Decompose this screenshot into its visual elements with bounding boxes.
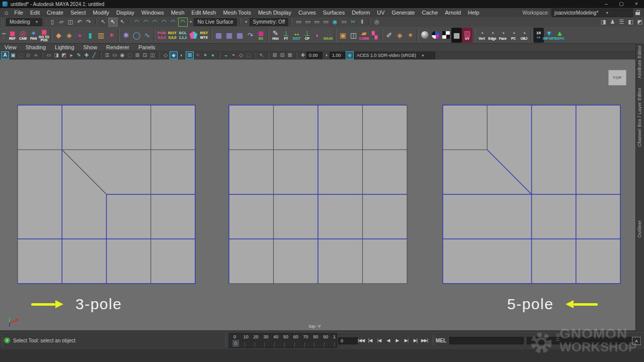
view-transform-icon[interactable]: ◉	[346, 51, 354, 59]
panel-menu-renderer[interactable]: Renderer	[102, 44, 134, 50]
shelf-pan-button[interactable]: ✦PAN	[28, 28, 39, 43]
render-sequence-icon[interactable]: ▭	[312, 18, 321, 26]
step-back-frame-button[interactable]: |◀	[366, 336, 374, 344]
redo-icon[interactable]: ↷	[85, 18, 93, 26]
pan-zoom-icon[interactable]: ◨	[53, 52, 60, 59]
shelf-color-quadrants-button[interactable]	[430, 28, 441, 43]
motion-blur-icon[interactable]: ◓	[230, 52, 237, 59]
menu-set-dropdown[interactable]: Modeling▼	[6, 18, 42, 26]
workspace-dropdown[interactable]: joaovictorModeling* ▼	[551, 9, 633, 17]
shelf-wire-cube-2-button[interactable]: ▦	[224, 28, 234, 43]
outliner-toggle-icon[interactable]: ◩	[635, 18, 644, 26]
play-backwards-button[interactable]: ◀	[384, 336, 392, 344]
shelf-switcher[interactable]: ▬○	[2, 31, 6, 39]
wireframe-icon[interactable]: ◇	[162, 52, 169, 59]
gamma-field[interactable]: 1.00	[330, 52, 346, 59]
cut-render-icon[interactable]: ✂	[349, 18, 357, 26]
shaded-icon[interactable]: ◆	[170, 51, 178, 59]
panel-menu-view[interactable]: View	[0, 44, 21, 50]
shelf-cp-button[interactable]: ⊥CP	[302, 28, 312, 43]
shelf-crate-button[interactable]: ▣	[338, 28, 348, 43]
shelf-ft-button[interactable]: ⊥FT	[281, 28, 291, 43]
restore-button[interactable]: ▢	[614, 0, 629, 8]
panel-menu-show[interactable]: Show	[79, 44, 102, 50]
shelf-circle-tool-button[interactable]: ◯	[131, 28, 142, 43]
home-icon[interactable]: ⌂	[5, 9, 8, 16]
copy-view-icon[interactable]: ⊞	[271, 52, 278, 59]
select-camera-icon[interactable]: A	[1, 51, 9, 59]
frame-all-icon[interactable]: ◫	[149, 52, 156, 59]
shelf-pos-button[interactable]: POS0,0,0	[156, 28, 167, 43]
safe-action-icon[interactable]: ⊞	[134, 52, 141, 59]
anti-alias-icon[interactable]: ◇	[237, 52, 245, 59]
render-setup-icon[interactable]: ▭	[340, 18, 348, 26]
shelf-face-button[interactable]: ◔Face	[498, 28, 508, 43]
save-scene-icon[interactable]: ◫	[66, 18, 75, 26]
chevron-down-icon[interactable]: ▼	[188, 20, 194, 24]
shelf-wire-cube-1-button[interactable]: ▦	[213, 28, 224, 43]
panel-menu-lighting[interactable]: Lighting	[50, 44, 79, 50]
shelf-scl-button[interactable]: SCL1,1,1	[178, 28, 188, 43]
occlusion-icon[interactable]: ◒	[222, 52, 229, 59]
undo-icon[interactable]: ↶	[75, 18, 84, 26]
swap-view-icon[interactable]: ⊠	[286, 52, 293, 59]
help-icon[interactable]: ?	[4, 337, 10, 343]
menu-create[interactable]: Create	[43, 10, 67, 16]
menu-deform[interactable]: Deform	[348, 10, 373, 16]
shelf-poly-plane-button[interactable]: ◆	[53, 28, 64, 43]
sidebar-tab-attribute-editor[interactable]: Attribute Editor	[637, 45, 642, 78]
panel-menu-panels[interactable]: Panels	[134, 44, 160, 50]
timeline-playhead[interactable]: 0	[232, 340, 239, 347]
shelf-comb-button[interactable]: ▰COMB	[359, 28, 369, 43]
bookmark-icon[interactable]: ▸	[68, 52, 75, 59]
shelf-mirror-button[interactable]: ◐	[312, 28, 323, 43]
exposure-toggle-icon[interactable]: ▢	[245, 52, 252, 59]
resolution-gate-icon[interactable]: ▭	[111, 52, 118, 59]
exposure-icon[interactable]: ✚	[299, 52, 306, 59]
shelf-diamond-button[interactable]: ◈	[394, 28, 405, 43]
shelf-vertex-pin-button[interactable]: ◫	[348, 28, 359, 43]
shelf-checker-button[interactable]	[441, 28, 451, 43]
drag-handle[interactable]	[1, 19, 4, 26]
paste-view-icon[interactable]: ⊟	[279, 52, 286, 59]
camera-attributes-icon[interactable]: ▢	[17, 52, 24, 59]
lock-camera-icon[interactable]: ▣	[10, 52, 17, 59]
shelf-uv-grid-button[interactable]: ▦	[451, 28, 462, 43]
shelf-export-button[interactable]: ▲EXPO	[554, 28, 565, 43]
wireframe-on-shaded-icon[interactable]: ⊠	[186, 51, 194, 59]
menu-display[interactable]: Display	[113, 10, 138, 16]
measure-line-icon[interactable]: ╱	[91, 52, 98, 59]
select-hierarchy-icon[interactable]: ↖	[99, 18, 108, 26]
shelf-poly-cube-button[interactable]: ◈	[64, 28, 74, 43]
film-gate-icon[interactable]: ☰	[104, 52, 111, 59]
snap-view-plane-icon[interactable]: ◠	[169, 18, 178, 26]
shelf-mask-button[interactable]: ∴MASK	[323, 28, 334, 43]
time-slider[interactable]: 010203040506070809010	[229, 333, 337, 348]
attribute-editor-toggle-icon[interactable]: ◨	[599, 18, 608, 26]
mesh-3-pole[interactable]	[17, 105, 196, 284]
shelf-rst-pentagon-button[interactable]	[188, 28, 199, 43]
gate-mask-icon[interactable]: ◉	[119, 52, 126, 59]
step-forward-frame-button[interactable]: ▶|	[412, 336, 419, 344]
snap-point-icon[interactable]: ◠	[151, 18, 159, 26]
lock-icon[interactable]	[635, 10, 641, 16]
close-button[interactable]: ×	[629, 0, 644, 8]
shelf-pencil-button[interactable]: ✐	[384, 28, 394, 43]
go-to-end-button[interactable]: ▶▶|	[421, 336, 428, 344]
render-current-frame-icon[interactable]: ◉	[331, 18, 339, 26]
tool-settings-toggle-icon[interactable]: ♟	[608, 18, 617, 26]
zoom-view-icon[interactable]: ◩	[60, 52, 67, 59]
shelf-edge-button[interactable]: ◔Edge	[487, 28, 498, 43]
channel-box-toggle-icon[interactable]: ☰	[617, 18, 626, 26]
command-input[interactable]	[449, 337, 524, 344]
menu-surfaces[interactable]: Surfaces	[319, 10, 348, 16]
bookmark-view-icon[interactable]: ◍	[25, 52, 32, 59]
field-chart-icon[interactable]: ▢	[126, 52, 133, 59]
view-transform-select[interactable]: ACES 1.0 SDR-video (sRGB)▼	[354, 52, 435, 59]
menu-help[interactable]: Help	[464, 10, 483, 16]
shelf-material-ball-button[interactable]	[420, 28, 430, 43]
mesh-4-pole[interactable]	[228, 105, 408, 284]
view-cube[interactable]: TOP	[608, 70, 626, 85]
shelf-poly-cylinder-button[interactable]: ▮	[85, 28, 96, 43]
shelf-obj-button[interactable]: ◔OBJ	[519, 28, 529, 43]
